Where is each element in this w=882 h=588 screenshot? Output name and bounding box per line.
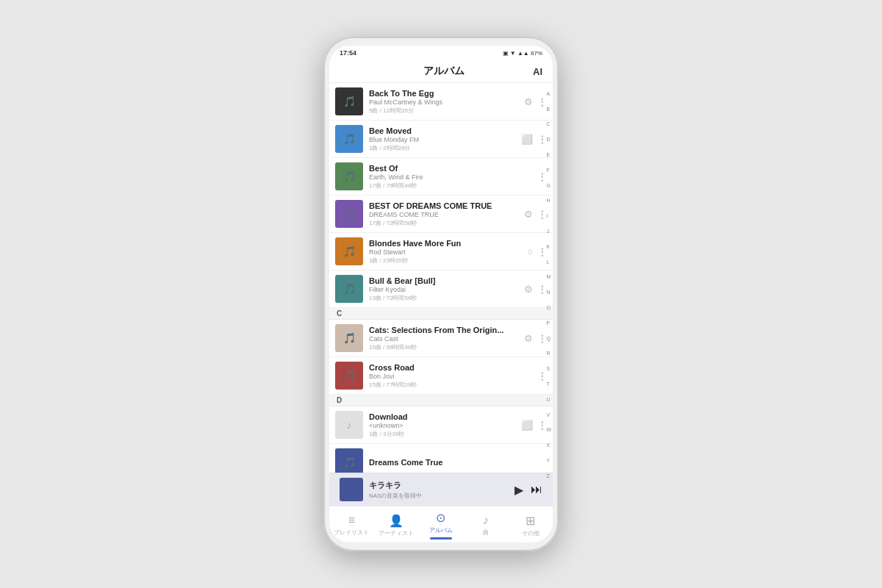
- album-title: BEST OF DREAMS COME TRUE: [369, 201, 521, 210]
- album-actions: ⚙ ⋮: [524, 209, 545, 220]
- alpha-d[interactable]: D: [546, 137, 551, 142]
- album-artist: <unknown>: [369, 422, 518, 429]
- nav-label-album: アルバム: [429, 526, 453, 534]
- alpha-p[interactable]: P: [546, 320, 551, 326]
- alpha-a[interactable]: A: [546, 91, 551, 96]
- album-row[interactable]: 🎵 Bee Moved Blue Monday FM 1曲 / 2時間26分 ⬜…: [329, 121, 553, 158]
- album-row[interactable]: 🎵 Back To The Egg Paul McCartney & Wings…: [329, 83, 553, 121]
- nav-item-artist[interactable]: 👤 アーティスト: [374, 514, 419, 537]
- album-info-bull-bear: Bull & Bear [Bull] Filter Kyodai 13曲 / 7…: [369, 276, 521, 302]
- album-meta: 15曲 / 77時間29秒: [369, 381, 534, 389]
- alpha-z[interactable]: Z: [546, 473, 551, 478]
- alpha-y[interactable]: Y: [546, 458, 551, 463]
- more-icon[interactable]: ⋮: [537, 246, 545, 257]
- playlist-icon: ≡: [348, 514, 355, 527]
- alpha-q[interactable]: Q: [546, 336, 551, 341]
- album-meta: 1曲 / 3分26秒: [369, 430, 518, 438]
- gear-icon[interactable]: ⚙: [524, 333, 533, 344]
- gear-icon[interactable]: ⚙: [524, 96, 533, 107]
- alpha-w[interactable]: W: [546, 427, 551, 432]
- alpha-i[interactable]: I: [546, 213, 551, 218]
- album-title: Best Of: [369, 164, 534, 173]
- album-row[interactable]: 🎵 Bull & Bear [Bull] Filter Kyodai 13曲 /…: [329, 270, 553, 308]
- album-row[interactable]: 🎵 Best Of Earth, Wind & Fire 17曲 / 76時間4…: [329, 158, 553, 196]
- more-icon[interactable]: ⋮: [537, 209, 545, 220]
- alpha-h[interactable]: H: [546, 198, 551, 203]
- alpha-o[interactable]: O: [546, 305, 551, 310]
- album-meta: 17曲 / 72時間56秒: [369, 219, 521, 227]
- alpha-e[interactable]: E: [546, 152, 551, 157]
- alpha-r[interactable]: R: [546, 351, 551, 356]
- nav-item-other[interactable]: ⊞ その他: [508, 514, 553, 537]
- album-meta: 17曲 / 76時間48秒: [369, 182, 534, 190]
- nav-item-playlist[interactable]: ≡ プレイリスト: [329, 514, 374, 537]
- album-row[interactable]: 🎵 Cats: Selections From The Origin... Ca…: [329, 320, 553, 357]
- now-playing-bar[interactable]: キラキラ NASの音楽を取得中 ▶ ⏭: [329, 473, 553, 506]
- app-header: アルバム AI: [329, 60, 553, 83]
- album-artist: Earth, Wind & Fire: [369, 173, 534, 181]
- download-icon[interactable]: ⬜: [521, 420, 533, 431]
- alpha-u[interactable]: U: [546, 397, 551, 402]
- gear-icon[interactable]: ⚙: [524, 284, 533, 295]
- status-time: 17:54: [340, 49, 356, 57]
- alpha-m[interactable]: M: [546, 274, 551, 279]
- artist-icon: 👤: [389, 514, 404, 528]
- album-info-cats: Cats: Selections From The Origin... Cats…: [369, 326, 521, 351]
- nav-item-song[interactable]: ♪ 曲: [463, 514, 508, 537]
- album-actions: ⚙ ⋮: [524, 333, 545, 344]
- alpha-l[interactable]: L: [546, 259, 551, 265]
- alpha-s[interactable]: S: [546, 366, 551, 371]
- alpha-t[interactable]: T: [546, 381, 551, 387]
- play-button[interactable]: ▶: [514, 483, 523, 497]
- fast-forward-button[interactable]: ⏭: [531, 483, 542, 496]
- album-row[interactable]: 🎵 Dreams Come True: [329, 444, 553, 473]
- more-icon[interactable]: ⋮: [537, 96, 545, 107]
- album-meta: 15曲 / 56時間46秒: [369, 343, 521, 351]
- album-row[interactable]: 🎵 Blondes Have More Fun Rod Stewart 1曲 /…: [329, 233, 553, 270]
- alpha-j[interactable]: J: [546, 229, 551, 234]
- album-row[interactable]: 🎵 Cross Road Bon Jovi 15曲 / 77時間29秒 ⋮: [329, 357, 553, 395]
- album-artist: Rod Stewart: [369, 248, 524, 256]
- album-row[interactable]: 🎵 BEST OF DREAMS COME TRUE DREAMS COME T…: [329, 196, 553, 233]
- nav-item-album[interactable]: ⊙ アルバム: [419, 511, 464, 539]
- more-icon[interactable]: ⋮: [537, 333, 545, 344]
- alpha-b[interactable]: B: [546, 107, 551, 112]
- more-icon[interactable]: ⋮: [537, 134, 545, 145]
- header-title: アルバム: [423, 65, 465, 78]
- nav-label-artist: アーティスト: [379, 529, 414, 537]
- nav-label-other: その他: [522, 529, 539, 537]
- album-title: Back To The Egg: [369, 89, 521, 98]
- album-artist: Cats Cast: [369, 335, 521, 343]
- alpha-c[interactable]: C: [546, 121, 551, 126]
- more-icon[interactable]: ⋮: [537, 284, 545, 295]
- bottom-nav: ≡ プレイリスト 👤 アーティスト ⊙ アルバム ♪ 曲 ⊞ その他: [329, 506, 553, 542]
- alphabet-index[interactable]: A B C D E F G H I J K L M N O P Q R S T …: [546, 86, 551, 484]
- alpha-v[interactable]: V: [546, 412, 551, 417]
- album-title: Bull & Bear [Bull]: [369, 276, 521, 285]
- circle-icon[interactable]: ○: [527, 246, 533, 257]
- gear-icon[interactable]: ⚙: [524, 209, 533, 220]
- alpha-f[interactable]: F: [546, 168, 551, 173]
- album-meta: 13曲 / 72時間56秒: [369, 294, 521, 302]
- phone-wrapper: 17:54 ▣ ▼ ▲▲ 87% アルバム AI A B C D E F G H…: [323, 37, 559, 551]
- more-icon[interactable]: ⋮: [537, 420, 545, 431]
- section-c-header: C: [329, 308, 553, 320]
- more-icon[interactable]: ⋮: [537, 171, 545, 182]
- album-title: Cross Road: [369, 363, 534, 372]
- alpha-g[interactable]: G: [546, 183, 551, 188]
- album-art-download: ♪: [335, 411, 363, 439]
- album-info-best-dreams: BEST OF DREAMS COME TRUE DREAMS COME TRU…: [369, 201, 521, 227]
- alpha-n[interactable]: N: [546, 290, 551, 295]
- album-title: Bee Moved: [369, 126, 518, 135]
- alpha-k[interactable]: K: [546, 244, 551, 249]
- album-list: 🎵 Back To The Egg Paul McCartney & Wings…: [329, 83, 553, 473]
- more-icon[interactable]: ⋮: [537, 370, 545, 381]
- alpha-x[interactable]: X: [546, 442, 551, 448]
- album-info-cross-road: Cross Road Bon Jovi 15曲 / 77時間29秒: [369, 363, 534, 389]
- status-bar: 17:54 ▣ ▼ ▲▲ 87%: [329, 46, 553, 60]
- album-row[interactable]: ♪ Download <unknown> 1曲 / 3分26秒 ⬜ ⋮: [329, 406, 553, 444]
- album-artist: DREAMS COME TRUE: [369, 211, 521, 218]
- download-icon[interactable]: ⬜: [521, 134, 533, 145]
- header-ai: AI: [533, 66, 542, 77]
- album-artist: Paul McCartney & Wings: [369, 98, 521, 106]
